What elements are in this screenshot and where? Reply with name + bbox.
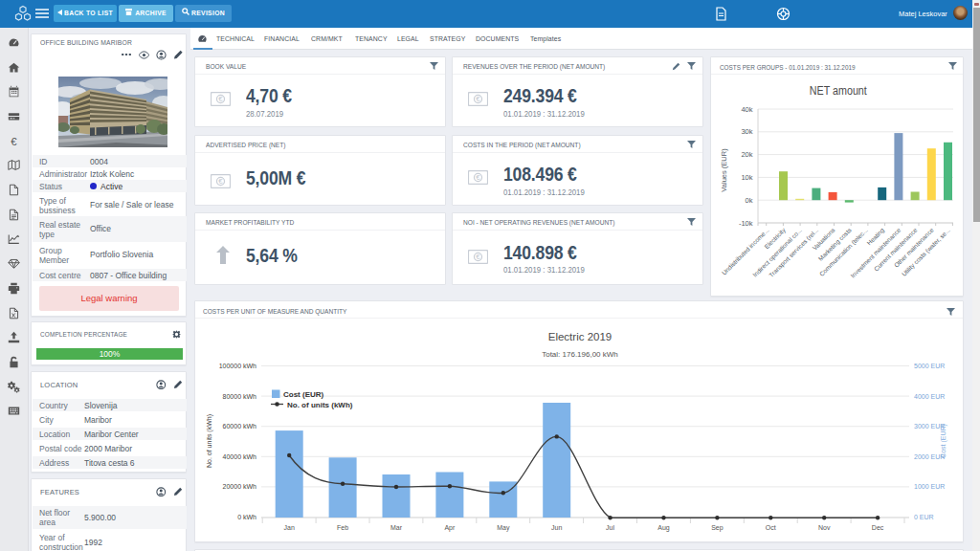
svg-text:€: € <box>476 95 480 103</box>
svg-text:Values (EUR): Values (EUR) <box>720 148 728 192</box>
svg-text:40k: 40k <box>741 105 752 114</box>
svg-text:No. of units (kWh): No. of units (kWh) <box>206 414 213 468</box>
svg-text:Jul: Jul <box>606 524 614 531</box>
svg-text:10k: 10k <box>741 173 752 182</box>
svg-text:Nov: Nov <box>818 524 831 531</box>
svg-text:20000 kWh: 20000 kWh <box>223 483 257 490</box>
svg-text:€: € <box>11 135 17 146</box>
svg-text:Dec: Dec <box>872 524 884 531</box>
svg-text:Jun: Jun <box>551 524 562 531</box>
svg-text:Electric 2019: Electric 2019 <box>548 331 612 342</box>
svg-text:Aug: Aug <box>657 524 670 532</box>
svg-text:€: € <box>218 177 223 186</box>
svg-text:30k: 30k <box>741 127 752 136</box>
svg-text:Oct: Oct <box>766 524 776 531</box>
svg-text:1000 EUR: 1000 EUR <box>914 483 945 490</box>
svg-text:100000 kWh: 100000 kWh <box>219 363 256 369</box>
svg-text:60000 kWh: 60000 kWh <box>223 423 257 430</box>
svg-text:€: € <box>476 173 480 182</box>
svg-text:No. of units (kWh): No. of units (kWh) <box>287 401 353 409</box>
svg-text:40000 kWh: 40000 kWh <box>223 453 257 460</box>
svg-text:Cost (EUR): Cost (EUR) <box>283 390 324 399</box>
svg-text:€: € <box>218 95 223 103</box>
svg-text:May: May <box>497 524 510 532</box>
svg-text:20k: 20k <box>741 150 752 159</box>
svg-text:2000 EUR: 2000 EUR <box>914 453 945 460</box>
svg-text:Jan: Jan <box>284 524 295 531</box>
svg-text:0k: 0k <box>746 196 753 205</box>
svg-text:3000 EUR: 3000 EUR <box>914 423 945 430</box>
svg-text:Total: 176.196,00 kWh: Total: 176.196,00 kWh <box>542 350 618 359</box>
svg-text:Feb: Feb <box>337 524 348 531</box>
svg-text:0 EUR: 0 EUR <box>914 514 934 520</box>
svg-text:80000 kWh: 80000 kWh <box>223 393 257 400</box>
svg-text:5000 EUR: 5000 EUR <box>914 363 945 369</box>
svg-text:Apr: Apr <box>444 524 456 532</box>
svg-text:0 kWh: 0 kWh <box>237 514 256 520</box>
svg-text:4000 EUR: 4000 EUR <box>914 393 945 400</box>
svg-text:Sep: Sep <box>711 524 724 532</box>
svg-text:NET amount: NET amount <box>810 84 867 98</box>
svg-text:€: € <box>476 253 480 261</box>
svg-text:Mar: Mar <box>390 524 403 531</box>
svg-text:-10k: -10k <box>739 219 753 228</box>
